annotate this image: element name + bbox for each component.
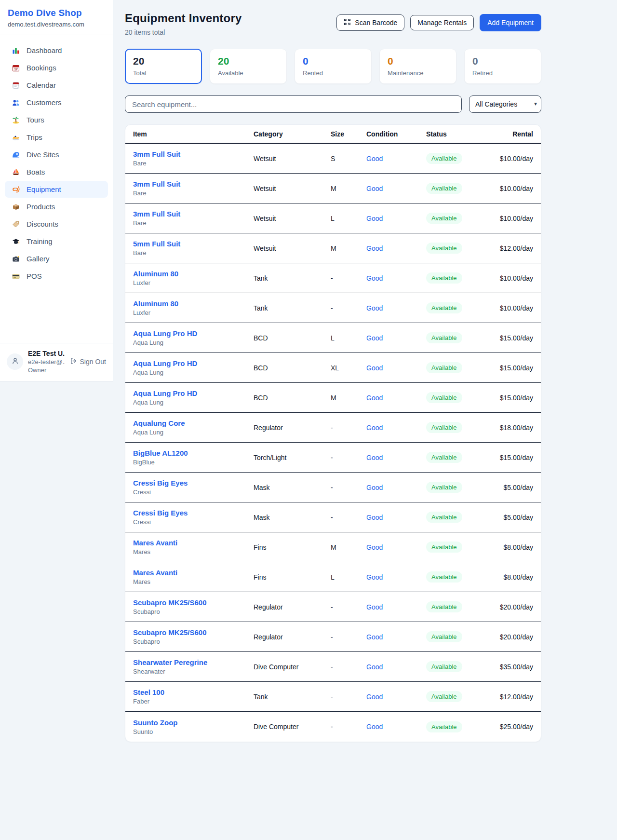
column-header-rental: Rental xyxy=(489,130,533,138)
stat-card-total[interactable]: 20 Total xyxy=(125,49,202,84)
item-link[interactable]: Aqua Lung Pro HD xyxy=(133,329,254,338)
category-select[interactable]: All Categories xyxy=(469,95,541,113)
item-link[interactable]: Aluminum 80 xyxy=(133,270,254,278)
item-link[interactable]: 3mm Full Suit xyxy=(133,210,254,218)
table-row: Aluminum 80 Luxfer Tank - Good Available… xyxy=(125,293,541,323)
sidebar-item-label: Tours xyxy=(27,116,44,124)
sidebar-item-equipment[interactable]: Equipment xyxy=(5,181,108,198)
item-brand: Bare xyxy=(133,249,254,257)
wave-icon xyxy=(12,151,20,159)
cell-rental: $15.00/day xyxy=(489,394,533,402)
cell-size: L xyxy=(331,573,366,581)
user-info: E2E Test U... e2e-tester@... Owner xyxy=(28,350,65,374)
stat-card-maintenance[interactable]: 0 Maintenance xyxy=(379,49,456,84)
status-badge: Available xyxy=(426,482,462,493)
table-row: Scubapro MK25/S600 Scubapro Regulator - … xyxy=(125,622,541,652)
grad-cap-icon xyxy=(12,238,20,245)
sidebar-item-discounts[interactable]: Discounts xyxy=(5,216,108,232)
equipment-table: Item Category Size Condition Status Rent… xyxy=(125,124,541,742)
stat-card-available[interactable]: 20 Available xyxy=(210,49,287,84)
condition-link[interactable]: Good xyxy=(366,215,383,222)
cell-rental: $15.00/day xyxy=(489,364,533,372)
status-badge: Available xyxy=(426,631,462,642)
item-link[interactable]: Aqua Lung Pro HD xyxy=(133,389,254,397)
cell-category: Wetsuit xyxy=(254,215,331,222)
condition-link[interactable]: Good xyxy=(366,723,383,731)
sidebar-item-tours[interactable]: Tours xyxy=(5,111,108,128)
sidebar-item-label: Trips xyxy=(27,133,42,141)
sidebar-item-gallery[interactable]: Gallery xyxy=(5,250,108,267)
item-link[interactable]: Shearwater Peregrine xyxy=(133,658,254,666)
add-equipment-button[interactable]: Add Equipment xyxy=(480,14,541,31)
cell-rental: $35.00/day xyxy=(489,663,533,671)
condition-link[interactable]: Good xyxy=(366,364,383,372)
sign-out-button[interactable]: Sign Out xyxy=(70,357,106,366)
stat-label: Maintenance xyxy=(388,69,448,77)
item-link[interactable]: Aqua Lung Pro HD xyxy=(133,359,254,367)
condition-link[interactable]: Good xyxy=(366,484,383,491)
item-link[interactable]: Cressi Big Eyes xyxy=(133,479,254,487)
condition-link[interactable]: Good xyxy=(366,573,383,581)
sidebar-item-boats[interactable]: Boats xyxy=(5,163,108,180)
item-link[interactable]: Cressi Big Eyes xyxy=(133,509,254,517)
item-link[interactable]: 3mm Full Suit xyxy=(133,180,254,188)
condition-link[interactable]: Good xyxy=(366,633,383,641)
condition-link[interactable]: Good xyxy=(366,663,383,671)
sidebar-item-label: Equipment xyxy=(27,185,61,193)
item-link[interactable]: Aluminum 80 xyxy=(133,299,254,308)
item-link[interactable]: Steel 100 xyxy=(133,688,254,696)
sidebar-item-pos[interactable]: POS xyxy=(5,268,108,285)
item-link[interactable]: Mares Avanti xyxy=(133,539,254,547)
table-row: Aluminum 80 Luxfer Tank - Good Available… xyxy=(125,263,541,293)
cell-rental: $20.00/day xyxy=(489,633,533,641)
item-link[interactable]: BigBlue AL1200 xyxy=(133,449,254,457)
sidebar-item-dive-sites[interactable]: Dive Sites xyxy=(5,146,108,163)
sidebar-item-products[interactable]: Products xyxy=(5,198,108,215)
sidebar-item-training[interactable]: Training xyxy=(5,233,108,250)
condition-link[interactable]: Good xyxy=(366,454,383,461)
item-link[interactable]: Scubapro MK25/S600 xyxy=(133,598,254,607)
condition-link[interactable]: Good xyxy=(366,693,383,701)
items-total-count: 20 items total xyxy=(125,28,242,36)
cell-rental: $10.00/day xyxy=(489,215,533,222)
status-badge: Available xyxy=(426,452,462,463)
sidebar-item-calendar[interactable]: Calendar xyxy=(5,77,108,94)
sidebar-item-bookings[interactable]: 17 Bookings xyxy=(5,59,108,76)
condition-link[interactable]: Good xyxy=(366,514,383,521)
condition-link[interactable]: Good xyxy=(366,424,383,432)
item-link[interactable]: Aqualung Core xyxy=(133,419,254,427)
stat-card-rented[interactable]: 0 Rented xyxy=(295,49,372,84)
stat-value: 0 xyxy=(303,55,363,67)
page-header-text: Equipment Inventory 20 items total xyxy=(125,12,242,36)
sidebar-item-dashboard[interactable]: Dashboard xyxy=(5,42,108,59)
brand-name[interactable]: Demo Dive Shop xyxy=(8,8,105,18)
item-link[interactable]: 5mm Full Suit xyxy=(133,240,254,248)
condition-link[interactable]: Good xyxy=(366,185,383,192)
condition-link[interactable]: Good xyxy=(366,334,383,342)
condition-link[interactable]: Good xyxy=(366,394,383,402)
stat-card-retired[interactable]: 0 Retired xyxy=(464,49,541,84)
condition-link[interactable]: Good xyxy=(366,244,383,252)
cell-category: Wetsuit xyxy=(254,155,331,163)
condition-link[interactable]: Good xyxy=(366,155,383,163)
column-header-condition: Condition xyxy=(366,130,426,138)
sidebar-item-trips[interactable]: Trips xyxy=(5,129,108,146)
item-link[interactable]: Scubapro MK25/S600 xyxy=(133,628,254,637)
sidebar-item-customers[interactable]: Customers xyxy=(5,94,108,111)
table-row: Aqua Lung Pro HD Aqua Lung BCD XL Good A… xyxy=(125,353,541,383)
header-actions: Scan Barcode Manage Rentals Add Equipmen… xyxy=(336,14,541,31)
calendar-pad-icon xyxy=(12,81,20,89)
scan-barcode-button[interactable]: Scan Barcode xyxy=(336,14,404,31)
item-link[interactable]: Suunto Zoop xyxy=(133,718,254,727)
condition-link[interactable]: Good xyxy=(366,274,383,282)
search-input[interactable] xyxy=(125,95,462,113)
condition-link[interactable]: Good xyxy=(366,304,383,312)
condition-link[interactable]: Good xyxy=(366,543,383,551)
condition-link[interactable]: Good xyxy=(366,603,383,611)
filters-row: All Categories ▾ xyxy=(125,95,541,113)
item-link[interactable]: Mares Avanti xyxy=(133,569,254,577)
cell-category: Mask xyxy=(254,484,331,491)
item-link[interactable]: 3mm Full Suit xyxy=(133,150,254,158)
manage-rentals-button[interactable]: Manage Rentals xyxy=(410,15,474,30)
cell-rental: $8.00/day xyxy=(489,543,533,551)
